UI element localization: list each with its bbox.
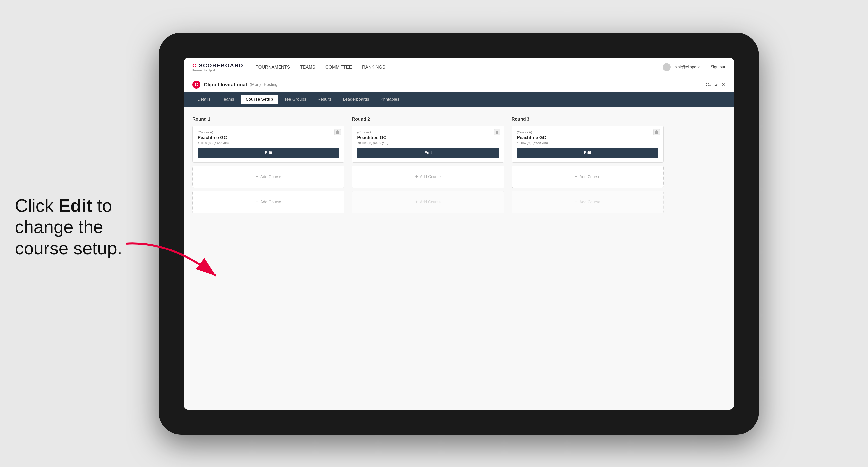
trash-icon-2: 🗑 (495, 130, 499, 134)
round-3-course-name: Peachtree GC (517, 135, 658, 141)
plus-icon-2: + (256, 199, 258, 205)
round-3-column: Round 3 (Course A) Peachtree GC Yellow (… (512, 117, 664, 216)
round-3-add-course-2: + Add Course (512, 191, 664, 213)
round-1-add-course-1[interactable]: + Add Course (192, 166, 344, 188)
plus-icon-r3-1: + (575, 174, 578, 179)
plus-icon-r2-1: + (415, 174, 418, 179)
round-3-add-course-1[interactable]: + Add Course (512, 166, 664, 188)
round-2-edit-button[interactable]: Edit (357, 148, 499, 158)
round-2-course-card: (Course A) Peachtree GC Yellow (M) (6629… (352, 126, 504, 163)
nav-rankings[interactable]: RANKINGS (362, 64, 385, 71)
round-3-course-label: (Course A) (517, 130, 658, 134)
round-1-edit-button[interactable]: Edit (198, 148, 339, 158)
logo-scoreboard: C SCOREBOARD (192, 62, 243, 69)
hosting-badge: Hosting (264, 82, 277, 87)
tournament-subtitle: (Men) (250, 82, 261, 87)
cancel-button[interactable]: Cancel ✕ (706, 82, 725, 87)
round-2-add-label-2: Add Course (420, 200, 441, 205)
round-2-column: Round 2 (Course A) Peachtree GC Yellow (… (352, 117, 504, 216)
tab-course-setup[interactable]: Course Setup (241, 95, 278, 104)
tablet-frame: C SCOREBOARD Powered by clippd TOURNAMEN… (159, 33, 759, 435)
trash-icon-3: 🗑 (655, 130, 659, 134)
round-3-add-label-1: Add Course (579, 175, 600, 179)
nav-user: blair@clippd.io | Sign out (663, 63, 725, 71)
round-2-label: Round 2 (352, 117, 504, 122)
round-3-add-label-2: Add Course (579, 200, 600, 205)
tablet-screen: C SCOREBOARD Powered by clippd TOURNAMEN… (184, 58, 734, 410)
tab-printables[interactable]: Printables (375, 95, 404, 104)
round-2-course-details: Yellow (M) (6629 yds) (357, 141, 499, 145)
annotation-text: Click Edit to change the course setup. (15, 195, 144, 259)
plus-icon-r3-2: + (575, 199, 578, 205)
tab-leaderboards[interactable]: Leaderboards (338, 95, 374, 104)
nav-committee[interactable]: COMMITTEE (326, 64, 352, 71)
round-3-course-details: Yellow (M) (6629 yds) (517, 141, 658, 145)
round-3-course-card: (Course A) Peachtree GC Yellow (M) (6629… (512, 126, 664, 163)
user-email: blair@clippd.io (675, 65, 701, 69)
round-1-course-card: (Course A) Peachtree GC Yellow (M) (6629… (192, 126, 344, 163)
round-1-course-details: Yellow (M) (6629 yds) (198, 141, 339, 145)
annotation-bold: Edit (59, 196, 92, 216)
logo-area: C SCOREBOARD Powered by clippd (192, 62, 243, 72)
round-1-add-label-2: Add Course (260, 200, 281, 205)
tab-details[interactable]: Details (192, 95, 215, 104)
logo-text: SCOREBOARD (199, 62, 243, 69)
trash-icon: 🗑 (336, 130, 340, 134)
top-nav: C SCOREBOARD Powered by clippd TOURNAMEN… (184, 58, 734, 77)
user-avatar (663, 63, 671, 71)
sub-header: C Clippd Invitational (Men) Hosting Canc… (184, 77, 734, 92)
tournament-name: Clippd Invitational (204, 82, 247, 88)
round-1-course-name: Peachtree GC (198, 135, 339, 141)
round-1-add-course-2[interactable]: + Add Course (192, 191, 344, 213)
round-3-edit-button[interactable]: Edit (517, 148, 658, 158)
plus-icon-r2-2: + (415, 199, 418, 205)
round-2-add-label-1: Add Course (420, 175, 441, 179)
round-2-delete-button[interactable]: 🗑 (494, 129, 500, 135)
plus-icon-1: + (256, 174, 258, 179)
nav-tournaments[interactable]: TOURNAMENTS (256, 64, 290, 71)
tab-bar: Details Teams Course Setup Tee Groups Re… (184, 92, 734, 107)
logo-sub: Powered by clippd (192, 69, 243, 72)
round-2-course-label: (Course A) (357, 130, 499, 134)
round-3-label: Round 3 (512, 117, 664, 122)
tab-teams[interactable]: Teams (217, 95, 239, 104)
sign-out-link[interactable]: | Sign out (709, 65, 725, 69)
cancel-x-icon: ✕ (721, 82, 725, 87)
round-3-delete-button[interactable]: 🗑 (653, 129, 660, 135)
round-1-course-label: (Course A) (198, 130, 339, 134)
logo-c-letter: C (192, 62, 197, 69)
round-1-label: Round 1 (192, 117, 344, 122)
round-1-delete-button[interactable]: 🗑 (334, 129, 341, 135)
nav-links: TOURNAMENTS TEAMS COMMITTEE RANKINGS (256, 64, 663, 71)
tab-tee-groups[interactable]: Tee Groups (279, 95, 311, 104)
main-content: Round 1 (Course A) Peachtree GC Yellow (… (184, 107, 734, 410)
round-2-add-course-2: + Add Course (352, 191, 504, 213)
round-2-add-course-1[interactable]: + Add Course (352, 166, 504, 188)
nav-teams[interactable]: TEAMS (300, 64, 315, 71)
round-1-add-label-1: Add Course (260, 175, 281, 179)
tab-results[interactable]: Results (312, 95, 337, 104)
round-2-course-name: Peachtree GC (357, 135, 499, 141)
cancel-label: Cancel (706, 82, 719, 87)
rounds-grid: Round 1 (Course A) Peachtree GC Yellow (… (192, 117, 664, 216)
round-1-column: Round 1 (Course A) Peachtree GC Yellow (… (192, 117, 344, 216)
tournament-icon: C (192, 81, 200, 89)
